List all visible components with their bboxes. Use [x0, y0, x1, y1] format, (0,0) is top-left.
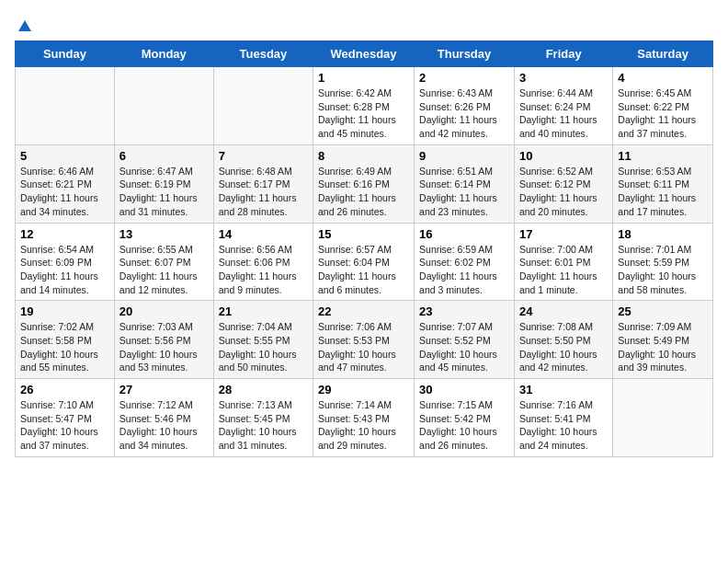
day-header-tuesday: Tuesday: [213, 41, 313, 67]
calendar-cell: 7Sunrise: 6:48 AMSunset: 6:17 PMDaylight…: [213, 144, 313, 223]
calendar-cell: 27Sunrise: 7:12 AMSunset: 5:46 PMDayligh…: [114, 379, 213, 457]
day-info: Sunrise: 7:14 AMSunset: 5:43 PMDaylight:…: [318, 398, 409, 453]
calendar-cell: 5Sunrise: 6:46 AMSunset: 6:21 PMDaylight…: [16, 144, 115, 223]
page-header: [15, 15, 713, 33]
calendar-cell: 26Sunrise: 7:10 AMSunset: 5:47 PMDayligh…: [16, 379, 115, 457]
calendar-cell: [114, 67, 213, 145]
day-info: Sunrise: 6:43 AMSunset: 6:26 PMDaylight:…: [419, 86, 509, 141]
day-info: Sunrise: 6:46 AMSunset: 6:21 PMDaylight:…: [20, 165, 109, 219]
calendar-cell: [16, 67, 115, 145]
day-number: 19: [20, 304, 109, 318]
day-number: 29: [318, 383, 409, 396]
calendar-cell: 23Sunrise: 7:07 AMSunset: 5:52 PMDayligh…: [415, 301, 515, 379]
calendar-cell: 3Sunrise: 6:44 AMSunset: 6:24 PMDaylight…: [514, 67, 612, 145]
day-number: 17: [519, 227, 608, 241]
day-info: Sunrise: 7:10 AMSunset: 5:47 PMDaylight:…: [20, 398, 109, 453]
day-number: 22: [318, 304, 409, 318]
day-number: 11: [618, 149, 708, 163]
day-number: 3: [519, 71, 608, 85]
day-number: 4: [618, 71, 708, 85]
day-info: Sunrise: 7:03 AMSunset: 5:56 PMDaylight:…: [119, 320, 209, 374]
day-info: Sunrise: 7:06 AMSunset: 5:53 PMDaylight:…: [318, 320, 409, 374]
day-info: Sunrise: 7:13 AMSunset: 5:45 PMDaylight:…: [219, 398, 308, 453]
day-number: 1: [318, 71, 409, 85]
calendar-cell: 15Sunrise: 6:57 AMSunset: 6:04 PMDayligh…: [313, 223, 415, 301]
calendar-table: SundayMondayTuesdayWednesdayThursdayFrid…: [15, 40, 713, 457]
day-number: 7: [219, 149, 308, 163]
calendar-cell: 19Sunrise: 7:02 AMSunset: 5:58 PMDayligh…: [16, 301, 115, 379]
calendar-cell: 22Sunrise: 7:06 AMSunset: 5:53 PMDayligh…: [313, 301, 415, 379]
day-number: 23: [419, 304, 509, 318]
day-info: Sunrise: 6:55 AMSunset: 6:07 PMDaylight:…: [119, 243, 209, 297]
day-info: Sunrise: 7:01 AMSunset: 5:59 PMDaylight:…: [618, 243, 708, 297]
calendar-cell: 2Sunrise: 6:43 AMSunset: 6:26 PMDaylight…: [415, 67, 515, 145]
day-number: 5: [20, 149, 109, 163]
day-header-wednesday: Wednesday: [313, 41, 415, 67]
day-number: 16: [419, 227, 509, 241]
day-info: Sunrise: 6:53 AMSunset: 6:11 PMDaylight:…: [618, 165, 708, 219]
calendar-cell: 14Sunrise: 6:56 AMSunset: 6:06 PMDayligh…: [213, 223, 313, 301]
day-info: Sunrise: 7:12 AMSunset: 5:46 PMDaylight:…: [119, 398, 209, 453]
day-info: Sunrise: 7:04 AMSunset: 5:55 PMDaylight:…: [219, 320, 308, 374]
calendar-cell: 1Sunrise: 6:42 AMSunset: 6:28 PMDaylight…: [313, 67, 415, 145]
day-number: 13: [119, 227, 209, 241]
day-info: Sunrise: 7:15 AMSunset: 5:42 PMDaylight:…: [419, 398, 509, 453]
day-info: Sunrise: 6:47 AMSunset: 6:19 PMDaylight:…: [119, 165, 209, 219]
calendar-cell: 16Sunrise: 6:59 AMSunset: 6:02 PMDayligh…: [415, 223, 515, 301]
day-number: 15: [318, 227, 409, 241]
calendar-cell: 20Sunrise: 7:03 AMSunset: 5:56 PMDayligh…: [114, 301, 213, 379]
day-info: Sunrise: 6:56 AMSunset: 6:06 PMDaylight:…: [219, 243, 308, 297]
day-info: Sunrise: 6:57 AMSunset: 6:04 PMDaylight:…: [318, 243, 409, 297]
calendar-cell: 28Sunrise: 7:13 AMSunset: 5:45 PMDayligh…: [213, 379, 313, 457]
day-info: Sunrise: 7:00 AMSunset: 6:01 PMDaylight:…: [519, 243, 608, 297]
calendar-cell: 13Sunrise: 6:55 AMSunset: 6:07 PMDayligh…: [114, 223, 213, 301]
day-number: 28: [219, 383, 308, 396]
day-info: Sunrise: 6:51 AMSunset: 6:14 PMDaylight:…: [419, 165, 509, 219]
day-number: 20: [119, 304, 209, 318]
day-info: Sunrise: 7:16 AMSunset: 5:41 PMDaylight:…: [519, 398, 608, 453]
day-info: Sunrise: 6:44 AMSunset: 6:24 PMDaylight:…: [519, 86, 608, 141]
day-header-monday: Monday: [114, 41, 213, 67]
day-number: 21: [219, 304, 308, 318]
day-info: Sunrise: 6:54 AMSunset: 6:09 PMDaylight:…: [20, 243, 109, 297]
calendar-cell: 21Sunrise: 7:04 AMSunset: 5:55 PMDayligh…: [213, 301, 313, 379]
calendar-cell: 31Sunrise: 7:16 AMSunset: 5:41 PMDayligh…: [514, 379, 612, 457]
day-number: 14: [219, 227, 308, 241]
day-number: 30: [419, 383, 509, 396]
calendar-cell: 4Sunrise: 6:45 AMSunset: 6:22 PMDaylight…: [613, 67, 713, 145]
day-number: 27: [119, 383, 209, 396]
calendar-cell: 29Sunrise: 7:14 AMSunset: 5:43 PMDayligh…: [313, 379, 415, 457]
calendar-cell: 17Sunrise: 7:00 AMSunset: 6:01 PMDayligh…: [514, 223, 612, 301]
calendar-cell: 8Sunrise: 6:49 AMSunset: 6:16 PMDaylight…: [313, 144, 415, 223]
day-info: Sunrise: 6:45 AMSunset: 6:22 PMDaylight:…: [618, 86, 708, 141]
day-number: 2: [419, 71, 509, 85]
day-info: Sunrise: 6:52 AMSunset: 6:12 PMDaylight:…: [519, 165, 608, 219]
day-header-friday: Friday: [514, 41, 612, 67]
day-info: Sunrise: 7:07 AMSunset: 5:52 PMDaylight:…: [419, 320, 509, 374]
day-info: Sunrise: 7:09 AMSunset: 5:49 PMDaylight:…: [618, 320, 708, 374]
calendar-cell: 25Sunrise: 7:09 AMSunset: 5:49 PMDayligh…: [613, 301, 713, 379]
calendar-cell: 12Sunrise: 6:54 AMSunset: 6:09 PMDayligh…: [16, 223, 115, 301]
logo-icon: [17, 18, 33, 35]
day-number: 6: [119, 149, 209, 163]
day-number: 31: [519, 383, 608, 396]
day-number: 25: [618, 304, 708, 318]
day-number: 10: [519, 149, 608, 163]
calendar-cell: 24Sunrise: 7:08 AMSunset: 5:50 PMDayligh…: [514, 301, 612, 379]
day-header-sunday: Sunday: [16, 41, 115, 67]
day-header-thursday: Thursday: [415, 41, 515, 67]
day-info: Sunrise: 6:42 AMSunset: 6:28 PMDaylight:…: [318, 86, 409, 141]
svg-marker-0: [18, 20, 31, 31]
day-number: 24: [519, 304, 608, 318]
day-number: 8: [318, 149, 409, 163]
logo: [15, 18, 33, 33]
day-info: Sunrise: 7:02 AMSunset: 5:58 PMDaylight:…: [20, 320, 109, 374]
calendar-cell: [613, 379, 713, 457]
day-info: Sunrise: 6:48 AMSunset: 6:17 PMDaylight:…: [219, 165, 308, 219]
day-info: Sunrise: 6:49 AMSunset: 6:16 PMDaylight:…: [318, 165, 409, 219]
day-info: Sunrise: 7:08 AMSunset: 5:50 PMDaylight:…: [519, 320, 608, 374]
day-number: 26: [20, 383, 109, 396]
day-info: Sunrise: 6:59 AMSunset: 6:02 PMDaylight:…: [419, 243, 509, 297]
calendar-cell: 11Sunrise: 6:53 AMSunset: 6:11 PMDayligh…: [613, 144, 713, 223]
day-number: 18: [618, 227, 708, 241]
